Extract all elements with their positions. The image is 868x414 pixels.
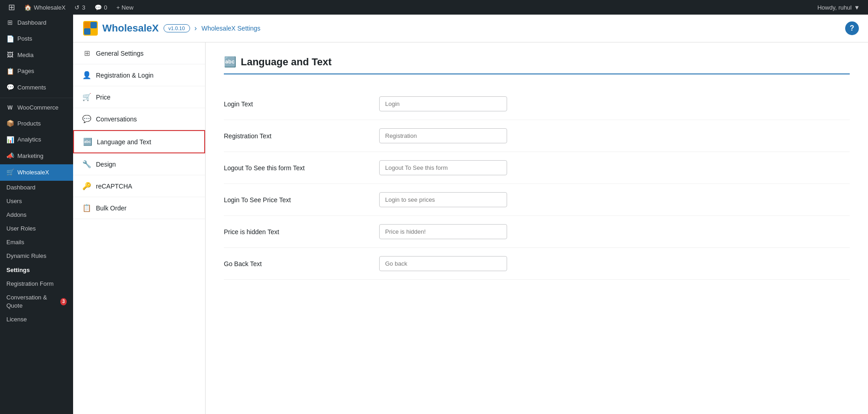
setting-row-login-text: Login Text [224,88,850,120]
registration-login-icon: 👤 [82,71,91,79]
sidebar-item-label: Marketing [17,152,43,160]
sidebar-item-label: Dashboard [17,19,47,27]
bulk-order-icon: 📋 [82,204,91,212]
conversations-icon: 💬 [82,115,91,123]
plugin-logo: WholesaleX [82,20,159,37]
marketing-icon: 📣 [6,152,14,161]
go-back-text-input[interactable] [379,256,507,271]
nav-item-general-settings[interactable]: ⊞ General Settings [73,42,205,64]
sidebar-sub-dynamic-rules[interactable]: Dynamic Rules [0,249,73,263]
setting-label-login-to-see-price-text: Login To See Price Text [224,196,370,204]
svg-rect-1 [84,22,90,28]
sidebar-sub-license[interactable]: License [0,313,73,326]
page-title: Language and Text [241,56,332,68]
admin-bar: ⊞ 🏠 WholesaleX ↺ 3 💬 0 + New Howdy, ruhu… [0,0,868,15]
setting-input-logout-to-see-form-text [379,160,507,175]
site-name-adminbar[interactable]: 🏠 WholesaleX [20,0,70,15]
sidebar-item-label: WholesaleX [17,168,49,177]
page-title-section: 🔤 Language and Text [224,56,850,74]
sidebar-item-label: Pages [17,67,34,75]
setting-label-logout-to-see-form-text: Logout To See this form Text [224,164,370,172]
sidebar: ⊞ Dashboard 📄 Posts 🖼 Media 📋 Pages 💬 Co… [0,15,73,414]
main-layout: ⊞ Dashboard 📄 Posts 🖼 Media 📋 Pages 💬 Co… [0,15,868,414]
sidebar-item-comments[interactable]: 💬 Comments [0,79,73,96]
setting-input-login-text [379,96,507,111]
setting-label-go-back-text: Go Back Text [224,260,370,267]
setting-label-price-is-hidden-text: Price is hidden Text [224,228,370,236]
content-inner: 🔤 Language and Text Login Text Regist [206,42,868,293]
svg-rect-3 [84,28,90,35]
content-area: WholesaleX v1.0.10 › WholesaleX Settings… [73,15,868,414]
woocommerce-icon: W [6,104,14,112]
sidebar-sub-dashboard[interactable]: Dashboard [0,181,73,194]
page-title-icon: 🔤 [224,56,236,68]
nav-item-conversations[interactable]: 💬 Conversations [73,108,205,130]
sidebar-sub-user-roles[interactable]: User Roles [0,222,73,236]
svg-rect-2 [90,22,97,28]
wp-logo[interactable]: ⊞ [4,0,20,15]
design-icon: 🔧 [82,160,91,168]
dashboard-icon: ⊞ [6,18,14,27]
left-nav: ⊞ General Settings 👤 Registration & Logi… [73,42,206,414]
nav-item-recaptcha[interactable]: 🔑 reCAPTCHA [73,175,205,197]
sidebar-item-label: Comments [17,84,46,92]
wholesalex-icon: 🛒 [6,168,14,177]
howdy-adminbar[interactable]: Howdy, ruhul ▼ [813,0,864,15]
sidebar-sub-registration-form[interactable]: Registration Form [0,277,73,291]
sidebar-sub-emails[interactable]: Emails [0,236,73,249]
adminbar-right: Howdy, ruhul ▼ [813,0,864,15]
registration-text-input[interactable] [379,128,507,143]
sidebar-item-woocommerce[interactable]: W WooCommerce [0,100,73,115]
sidebar-item-marketing[interactable]: 📣 Marketing [0,148,73,164]
setting-row-go-back-text: Go Back Text [224,248,850,280]
nav-item-language-and-text[interactable]: 🔤 Language and Text [73,130,205,153]
setting-input-login-to-see-price-text [379,192,507,207]
version-badge: v1.0.10 [164,24,190,32]
setting-row-login-to-see-price-text: Login To See Price Text [224,184,850,216]
conversation-badge: 3 [60,298,67,305]
plugin-name: WholesaleX [102,22,159,34]
breadcrumb-link[interactable]: WholesaleX Settings [201,25,260,32]
login-text-input[interactable] [379,96,507,111]
nav-item-registration-login[interactable]: 👤 Registration & Login [73,64,205,86]
general-settings-icon: ⊞ [82,49,91,58]
sidebar-sub-settings[interactable]: Settings [0,263,73,277]
nav-item-design[interactable]: 🔧 Design [73,153,205,175]
svg-rect-4 [90,28,97,35]
settings-fields: Login Text Registration Text [224,88,850,280]
login-to-see-price-text-input[interactable] [379,192,507,207]
sidebar-item-pages[interactable]: 📋 Pages [0,63,73,80]
logo-cart-icon [82,20,99,37]
sidebar-item-products[interactable]: 📦 Products [0,115,73,132]
sidebar-divider [0,98,73,98]
plugin-header: WholesaleX v1.0.10 › WholesaleX Settings… [73,15,868,42]
help-button[interactable]: ? [845,21,859,35]
nav-item-price[interactable]: 🛒 Price [73,86,205,108]
comments-adminbar[interactable]: 💬 0 [90,0,112,15]
price-is-hidden-text-input[interactable] [379,224,507,239]
setting-label-registration-text: Registration Text [224,132,370,140]
sidebar-item-wholesalex[interactable]: 🛒 WholesaleX [0,164,73,181]
new-adminbar[interactable]: + New [112,0,138,15]
sidebar-item-label: Analytics [17,136,41,144]
setting-row-registration-text: Registration Text [224,120,850,152]
setting-label-login-text: Login Text [224,100,370,108]
recaptcha-icon: 🔑 [82,182,91,190]
sidebar-item-dashboard[interactable]: ⊞ Dashboard [0,15,73,31]
sidebar-item-media[interactable]: 🖼 Media [0,47,73,63]
nav-item-bulk-order[interactable]: 📋 Bulk Order [73,197,205,219]
sidebar-item-label: WooCommerce [17,104,58,112]
sidebar-sub-addons[interactable]: Addons [0,208,73,222]
setting-input-registration-text [379,128,507,143]
revisions-adminbar[interactable]: ↺ 3 [70,0,90,15]
sidebar-sub-users[interactable]: Users [0,194,73,208]
logout-to-see-form-text-input[interactable] [379,160,507,175]
sidebar-item-posts[interactable]: 📄 Posts [0,31,73,47]
media-icon: 🖼 [6,51,14,60]
sidebar-item-label: Media [17,51,33,59]
sidebar-item-analytics[interactable]: 📊 Analytics [0,132,73,148]
pages-icon: 📋 [6,67,14,76]
sidebar-sub-conversation-quote[interactable]: Conversation & Quote 3 [0,291,73,313]
main-content: 🔤 Language and Text Login Text Regist [206,42,868,414]
setting-input-go-back-text [379,256,507,271]
